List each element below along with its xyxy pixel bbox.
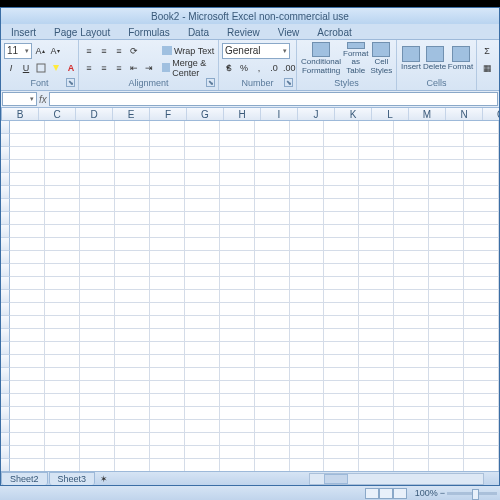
zoom-out-button[interactable]: − bbox=[440, 488, 445, 498]
row-header[interactable] bbox=[1, 173, 10, 186]
cell[interactable] bbox=[45, 446, 80, 459]
cell[interactable] bbox=[290, 407, 325, 420]
cell[interactable] bbox=[45, 342, 80, 355]
cell[interactable] bbox=[80, 134, 115, 147]
cell[interactable] bbox=[359, 433, 394, 446]
column-header-M[interactable]: M bbox=[409, 108, 446, 120]
cell[interactable] bbox=[45, 212, 80, 225]
cell[interactable] bbox=[429, 134, 464, 147]
cell[interactable] bbox=[115, 394, 150, 407]
cell[interactable] bbox=[220, 303, 255, 316]
cell[interactable] bbox=[290, 329, 325, 342]
align-bottom-button[interactable]: ≡ bbox=[112, 43, 126, 59]
cell[interactable] bbox=[394, 433, 429, 446]
tab-data[interactable]: Data bbox=[180, 25, 217, 39]
cell[interactable] bbox=[394, 212, 429, 225]
cell[interactable] bbox=[359, 277, 394, 290]
cell[interactable] bbox=[220, 407, 255, 420]
cell[interactable] bbox=[115, 173, 150, 186]
cell[interactable] bbox=[255, 316, 290, 329]
cell[interactable] bbox=[324, 316, 359, 329]
cell[interactable] bbox=[45, 121, 80, 134]
cell[interactable] bbox=[429, 147, 464, 160]
cell[interactable] bbox=[324, 134, 359, 147]
cell[interactable] bbox=[429, 342, 464, 355]
cell[interactable] bbox=[150, 433, 185, 446]
cell[interactable] bbox=[324, 433, 359, 446]
cell[interactable] bbox=[359, 134, 394, 147]
cell[interactable] bbox=[220, 134, 255, 147]
cell[interactable] bbox=[394, 147, 429, 160]
cell[interactable] bbox=[255, 186, 290, 199]
cell[interactable] bbox=[429, 355, 464, 368]
cell[interactable] bbox=[150, 238, 185, 251]
cell[interactable] bbox=[220, 329, 255, 342]
cell[interactable] bbox=[255, 277, 290, 290]
cell[interactable] bbox=[115, 160, 150, 173]
cell[interactable] bbox=[359, 394, 394, 407]
scrollbar-thumb[interactable] bbox=[324, 474, 348, 484]
cell[interactable] bbox=[359, 212, 394, 225]
cell[interactable] bbox=[324, 160, 359, 173]
cell[interactable] bbox=[359, 329, 394, 342]
cell[interactable] bbox=[185, 251, 220, 264]
cell[interactable] bbox=[324, 459, 359, 471]
decrease-decimal-button[interactable]: .00 bbox=[282, 60, 297, 76]
cell[interactable] bbox=[324, 446, 359, 459]
page-layout-view-button[interactable] bbox=[379, 488, 393, 499]
cell[interactable] bbox=[80, 394, 115, 407]
cell[interactable] bbox=[185, 147, 220, 160]
cell[interactable] bbox=[429, 277, 464, 290]
align-middle-button[interactable]: ≡ bbox=[97, 43, 111, 59]
tab-view[interactable]: View bbox=[270, 25, 308, 39]
column-header-J[interactable]: J bbox=[298, 108, 335, 120]
cell[interactable] bbox=[115, 290, 150, 303]
column-header-I[interactable]: I bbox=[261, 108, 298, 120]
cell[interactable] bbox=[45, 186, 80, 199]
cell[interactable] bbox=[185, 238, 220, 251]
cell[interactable] bbox=[115, 446, 150, 459]
normal-view-button[interactable] bbox=[365, 488, 379, 499]
cell[interactable] bbox=[324, 342, 359, 355]
align-left-button[interactable]: ≡ bbox=[82, 60, 96, 76]
cell[interactable] bbox=[115, 199, 150, 212]
grow-font-button[interactable]: A▴ bbox=[33, 43, 47, 59]
cell[interactable] bbox=[290, 355, 325, 368]
cell[interactable] bbox=[324, 381, 359, 394]
cell[interactable] bbox=[150, 394, 185, 407]
cell[interactable] bbox=[394, 186, 429, 199]
cell[interactable] bbox=[45, 173, 80, 186]
cell[interactable] bbox=[429, 433, 464, 446]
cell[interactable] bbox=[394, 381, 429, 394]
cell[interactable] bbox=[290, 342, 325, 355]
zoom-slider[interactable] bbox=[447, 492, 497, 495]
cell[interactable] bbox=[80, 160, 115, 173]
cell[interactable] bbox=[255, 121, 290, 134]
row-header[interactable] bbox=[1, 238, 10, 251]
cell[interactable] bbox=[324, 329, 359, 342]
cell[interactable] bbox=[10, 199, 45, 212]
cell[interactable] bbox=[185, 160, 220, 173]
cell[interactable] bbox=[10, 251, 45, 264]
cell[interactable] bbox=[80, 342, 115, 355]
insert-cells-button[interactable]: Insert bbox=[400, 41, 422, 77]
cell[interactable] bbox=[10, 277, 45, 290]
row-header[interactable] bbox=[1, 290, 10, 303]
cell[interactable] bbox=[290, 251, 325, 264]
cell[interactable] bbox=[359, 225, 394, 238]
increase-indent-button[interactable]: ⇥ bbox=[142, 60, 156, 76]
cell[interactable] bbox=[290, 212, 325, 225]
cell[interactable] bbox=[464, 225, 499, 238]
sheet-tab-3[interactable]: Sheet3 bbox=[49, 472, 96, 485]
cell[interactable] bbox=[429, 316, 464, 329]
cell[interactable] bbox=[394, 238, 429, 251]
cell[interactable] bbox=[220, 420, 255, 433]
column-header-E[interactable]: E bbox=[113, 108, 150, 120]
cell[interactable] bbox=[150, 225, 185, 238]
cell[interactable] bbox=[255, 147, 290, 160]
cell[interactable] bbox=[464, 147, 499, 160]
cell[interactable] bbox=[150, 264, 185, 277]
cell[interactable] bbox=[150, 199, 185, 212]
cell[interactable] bbox=[464, 420, 499, 433]
cell[interactable] bbox=[80, 368, 115, 381]
